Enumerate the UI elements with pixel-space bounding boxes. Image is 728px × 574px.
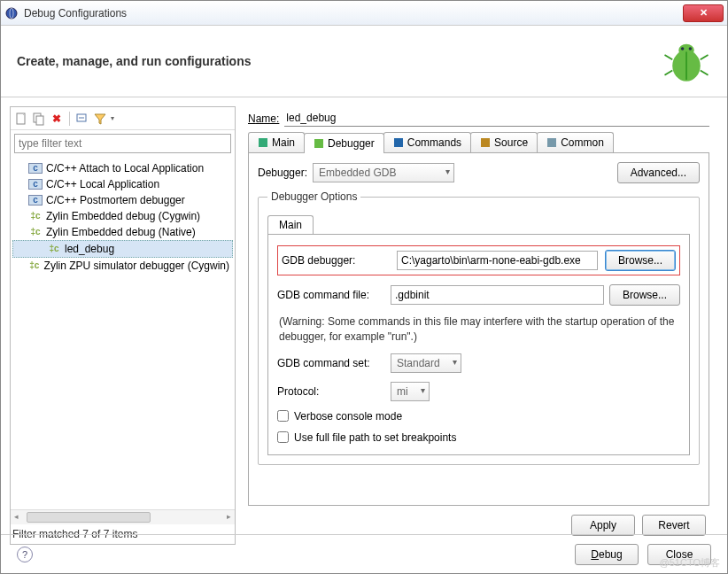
left-pane: ✖ ▾ cC/C++ Attach to Local ApplicationcC… bbox=[10, 106, 236, 545]
gdb-cmdfile-input[interactable] bbox=[391, 285, 604, 305]
svg-rect-19 bbox=[481, 138, 490, 147]
config-tree[interactable]: cC/C++ Attach to Local ApplicationcC/C++… bbox=[11, 157, 235, 509]
tree-item-label: C/C++ Attach to Local Application bbox=[46, 162, 204, 175]
advanced-button[interactable]: Advanced... bbox=[617, 162, 700, 183]
cmdfile-browse-button[interactable]: Browse... bbox=[609, 284, 680, 306]
gdb-debugger-input[interactable] bbox=[397, 251, 598, 270]
dropdown-arrow-icon[interactable]: ▾ bbox=[111, 114, 114, 122]
debugger-combo[interactable]: Embedded GDB bbox=[313, 163, 454, 182]
main-area: ✖ ▾ cC/C++ Attach to Local ApplicationcC… bbox=[1, 97, 727, 554]
debugger-label: Debugger: bbox=[258, 167, 307, 179]
tab-label: Debugger bbox=[328, 137, 375, 150]
svg-rect-13 bbox=[36, 116, 43, 125]
filter-input[interactable] bbox=[14, 134, 231, 153]
zylin-icon: ‡c bbox=[28, 211, 43, 221]
svg-rect-17 bbox=[314, 139, 323, 148]
debugger-options-legend: Debugger Options bbox=[267, 190, 360, 203]
debugger-tab-content: Debugger: Embedded GDB Advanced... Debug… bbox=[248, 153, 709, 506]
window-close-button[interactable]: ✕ bbox=[683, 4, 724, 22]
debugger-row: Debugger: Embedded GDB Advanced... bbox=[258, 162, 700, 183]
apply-revert-row: Apply Revert bbox=[248, 506, 709, 536]
c-app-icon: c bbox=[28, 163, 43, 174]
zylin-icon: ‡c bbox=[28, 260, 41, 271]
svg-point-9 bbox=[681, 47, 685, 50]
tab-source[interactable]: Source bbox=[470, 132, 538, 152]
common-tab-icon bbox=[546, 137, 557, 148]
duplicate-config-icon[interactable] bbox=[32, 112, 46, 126]
svg-rect-18 bbox=[394, 138, 403, 147]
debug-button[interactable]: Debug bbox=[575, 544, 639, 565]
fullpath-checkbox-row[interactable]: Use full file path to set breakpoints bbox=[277, 431, 680, 444]
verbose-checkbox-row[interactable]: Verbose console mode bbox=[277, 410, 680, 423]
gdb-warning-text: (Warning: Some commands in this file may… bbox=[277, 314, 680, 345]
window-title: Debug Configurations bbox=[24, 7, 683, 19]
bug-icon bbox=[662, 36, 711, 86]
gdb-cmdset-label: GDB command set: bbox=[277, 357, 385, 369]
zylin-icon: ‡c bbox=[28, 227, 43, 237]
filter-launch-icon[interactable] bbox=[93, 112, 107, 126]
debugger-tab-icon bbox=[314, 138, 324, 149]
tree-item[interactable]: ‡cZylin ZPU simulator debugger (Cygwin) bbox=[12, 258, 233, 274]
debugger-inner-tab-main[interactable]: Main bbox=[267, 215, 314, 234]
header-title: Create, manage, and run configurations bbox=[17, 54, 252, 68]
tab-label: Commands bbox=[407, 136, 461, 149]
header: Create, manage, and run configurations bbox=[1, 26, 727, 97]
svg-line-7 bbox=[665, 71, 673, 75]
tab-common[interactable]: Common bbox=[537, 132, 614, 152]
name-label: Name: bbox=[248, 112, 279, 125]
delete-config-icon[interactable]: ✖ bbox=[50, 112, 64, 126]
svg-point-10 bbox=[689, 47, 693, 50]
footer: ? Debug Close bbox=[1, 534, 727, 573]
svg-line-5 bbox=[665, 55, 673, 59]
fullpath-label: Use full file path to set breakpoints bbox=[294, 431, 456, 444]
verbose-checkbox[interactable] bbox=[277, 410, 289, 422]
protocol-combo[interactable]: mi bbox=[391, 382, 430, 401]
gdb-debugger-row: GDB debugger: Browse... bbox=[277, 245, 680, 275]
main-tab-icon bbox=[258, 137, 268, 148]
protocol-label: Protocol: bbox=[277, 385, 385, 398]
tree-item[interactable]: cC/C++ Local Application bbox=[12, 176, 233, 192]
protocol-row: Protocol: mi bbox=[277, 382, 680, 401]
svg-rect-20 bbox=[547, 138, 556, 147]
right-pane: Name: MainDebuggerCommandsSourceCommon D… bbox=[236, 106, 718, 545]
debugger-inner-content: GDB debugger: Browse... GDB command file… bbox=[267, 234, 690, 455]
config-tabs: MainDebuggerCommandsSourceCommon bbox=[248, 132, 709, 153]
c-app-icon: c bbox=[28, 195, 43, 206]
tree-item[interactable]: cC/C++ Attach to Local Application bbox=[12, 160, 233, 176]
tree-item[interactable]: ‡cZylin Embedded debug (Native) bbox=[12, 224, 233, 240]
tab-main[interactable]: Main bbox=[248, 132, 305, 152]
tab-label: Source bbox=[494, 136, 528, 149]
toolbar-separator bbox=[69, 112, 70, 126]
tree-item-label: C/C++ Local Application bbox=[46, 178, 159, 190]
name-input[interactable] bbox=[284, 110, 709, 127]
tab-commands[interactable]: Commands bbox=[383, 132, 471, 152]
help-icon[interactable]: ? bbox=[17, 547, 33, 562]
source-tab-icon bbox=[480, 137, 491, 148]
gdb-debugger-label: GDB debugger: bbox=[282, 254, 390, 267]
tree-item-label: Zylin ZPU simulator debugger (Cygwin) bbox=[44, 260, 229, 272]
svg-point-0 bbox=[6, 8, 17, 19]
tree-item[interactable]: cC/C++ Postmortem debugger bbox=[12, 192, 233, 208]
gdb-cmdset-row: GDB command set: Standard bbox=[277, 353, 680, 373]
gdb-browse-button[interactable]: Browse... bbox=[605, 250, 676, 271]
gdb-cmdset-combo[interactable]: Standard bbox=[391, 353, 461, 373]
tab-debugger[interactable]: Debugger bbox=[304, 133, 384, 153]
svg-line-8 bbox=[701, 71, 709, 75]
new-config-icon[interactable] bbox=[14, 112, 28, 126]
c-app-icon: c bbox=[28, 179, 43, 190]
config-toolbar: ✖ ▾ bbox=[11, 107, 235, 130]
fullpath-checkbox[interactable] bbox=[277, 431, 289, 443]
gdb-cmdfile-label: GDB command file: bbox=[277, 289, 385, 301]
name-row: Name: bbox=[248, 110, 709, 127]
tree-item[interactable]: ‡cZylin Embedded debug (Cygwin) bbox=[12, 208, 233, 224]
tab-label: Main bbox=[272, 136, 295, 149]
tree-item-label: Zylin Embedded debug (Native) bbox=[46, 226, 196, 238]
collapse-all-icon[interactable] bbox=[75, 112, 89, 126]
tree-item-label: C/C++ Postmortem debugger bbox=[46, 194, 185, 206]
revert-button[interactable]: Revert bbox=[642, 515, 706, 536]
horizontal-scrollbar[interactable]: ◂▸ bbox=[11, 509, 235, 524]
apply-button[interactable]: Apply bbox=[571, 515, 635, 536]
svg-line-6 bbox=[701, 55, 709, 59]
tab-label: Common bbox=[561, 136, 604, 149]
tree-item[interactable]: ‡cled_debug bbox=[12, 240, 233, 258]
